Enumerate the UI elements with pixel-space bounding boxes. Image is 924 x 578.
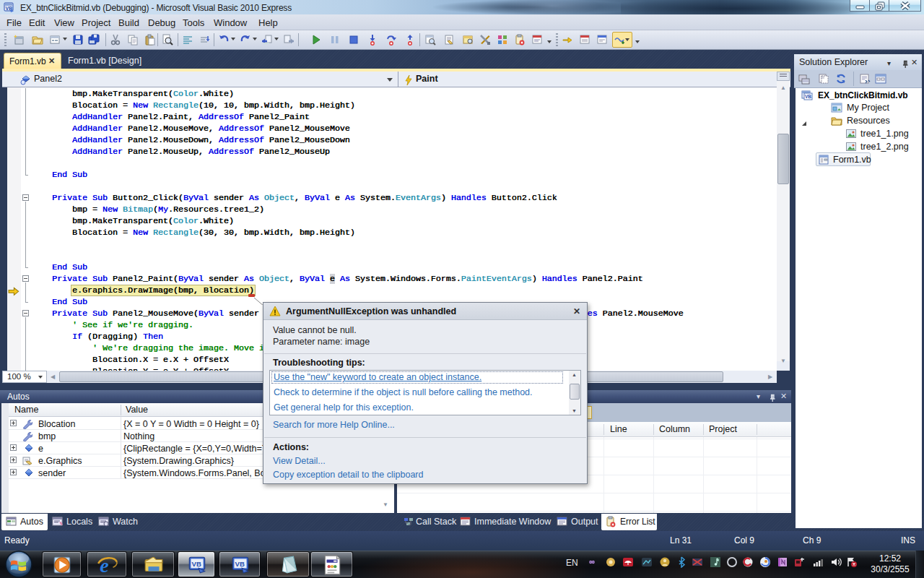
svg-text:VB: VB: [805, 94, 811, 99]
svg-text:VB: VB: [235, 560, 245, 568]
svg-text:VB: VB: [192, 560, 201, 568]
svg-text:VB: VB: [6, 6, 13, 11]
